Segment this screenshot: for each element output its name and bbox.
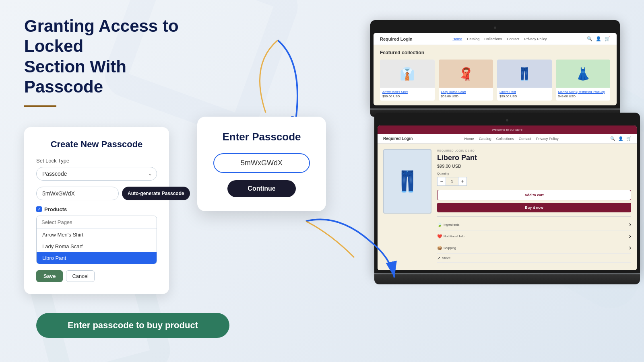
accordion-ingredients[interactable]: 🍃 Ingredients ›	[437, 219, 631, 230]
passcode-row: Auto-generate Passcode	[36, 187, 157, 200]
continue-button[interactable]: Continue	[227, 180, 295, 197]
product-price-small: $59.00 USD	[441, 95, 491, 98]
accordion-label: 📦 Shipping	[437, 246, 456, 250]
product-card-scarf: 🧣 Lady Roma Scarf $59.00 USD	[439, 60, 493, 101]
accordion-label: ❤️ Nutritional Info	[437, 234, 464, 239]
top-nav-icons: 🔍 👤 🛒	[587, 36, 610, 41]
nav-link-privacy[interactable]: Privacy Policy	[536, 137, 559, 141]
required-login-label: REQUIRED LOGIN DEMO	[437, 149, 631, 152]
product-img-pant: 👖	[497, 60, 552, 88]
list-item[interactable]: Libro Pant	[37, 252, 157, 264]
passcode-display: 5mWxGWdX	[213, 153, 310, 173]
qty-value: 1	[446, 177, 458, 186]
nav-link-privacy[interactable]: Privacy Policy	[524, 37, 547, 41]
create-passcode-card: Create New Passcode Set Lock Type Passco…	[24, 127, 169, 294]
page-title: Granting Access to Locked Section With P…	[24, 16, 205, 97]
product-name-small[interactable]: Martha Skirt (Restricted Product)	[558, 90, 608, 94]
product-accordion: 🍃 Ingredients › ❤️ Nutritional Info › 📦 …	[437, 216, 631, 265]
product-card-shirt: 👔 Arrow Men's Shirt $99.00 USD	[380, 60, 435, 101]
product-detail-price: $99.00 USD	[437, 164, 631, 169]
qty-decrease-button[interactable]: −	[437, 177, 446, 186]
product-card-pant: 👖 Libero Pant $99.00 USD	[497, 60, 552, 101]
search-icon[interactable]: 🔍	[587, 36, 592, 41]
accordion-shipping[interactable]: 📦 Shipping ›	[437, 242, 631, 254]
search-icon[interactable]: 🔍	[610, 136, 615, 141]
arrow-bottom	[298, 209, 411, 290]
nav-link-contact[interactable]: Contact	[519, 137, 531, 141]
product-name-small[interactable]: Arrow Men's Shirt	[382, 90, 432, 94]
accordion-label: 🍃 Ingredients	[437, 222, 460, 227]
product-info-scarf: Lady Roma Scarf $59.00 USD	[439, 88, 493, 101]
products-list: Arrow Men's Shirt Lady Roma Scarf Libro …	[36, 216, 157, 264]
product-img-scarf: 🧣	[439, 60, 493, 88]
bottom-laptop-base	[374, 274, 640, 284]
add-to-cart-button[interactable]: Add to cart	[437, 190, 631, 200]
top-nav-links: Home Catalog Collections Contact Privacy…	[419, 37, 581, 41]
top-laptop-frame: Required Login Home Catalog Collections …	[370, 20, 620, 109]
top-laptop: Required Login Home Catalog Collections …	[370, 20, 620, 117]
nav-link-contact[interactable]: Contact	[507, 37, 519, 41]
bottom-laptop: Welcome to our store Required Login Home…	[374, 113, 640, 284]
product-price-small: $49.00 USD	[558, 95, 608, 98]
top-shop-nav: Required Login Home Catalog Collections …	[374, 33, 617, 45]
nav-link-home[interactable]: Home	[464, 137, 474, 141]
product-img-skirt: 👗	[556, 60, 611, 88]
accordion-share[interactable]: ↗ Share	[437, 254, 631, 263]
list-item[interactable]: Arrow Men's Shirt	[37, 229, 157, 241]
accordion-nutritional[interactable]: ❤️ Nutritional Info ›	[437, 230, 631, 242]
nav-link-catalog[interactable]: Catalog	[479, 137, 491, 141]
product-info-shirt: Arrow Men's Shirt $99.00 USD	[380, 88, 435, 101]
nav-link-home[interactable]: Home	[452, 37, 462, 41]
qty-stepper: − 1 +	[437, 177, 631, 186]
passcode-input[interactable]	[36, 187, 119, 200]
title-underline	[24, 105, 56, 107]
qty-label: Quantity	[437, 172, 631, 175]
nav-link-collections[interactable]: Collections	[496, 137, 514, 141]
bottom-shop-logo: Required Login	[383, 136, 413, 141]
product-card-skirt: 👗 Martha Skirt (Restricted Product) $49.…	[556, 60, 611, 101]
cart-icon[interactable]: 🛒	[626, 136, 631, 141]
product-detail-name: Libero Pant	[437, 154, 631, 162]
save-button[interactable]: Save	[36, 270, 63, 282]
buy-now-button[interactable]: Buy it now	[437, 203, 631, 212]
bottom-laptop-frame: Welcome to our store Required Login Home…	[374, 113, 640, 274]
product-detail-info: REQUIRED LOGIN DEMO Libero Pant $99.00 U…	[437, 149, 631, 265]
bottom-nav-icons: 🔍 👤 🛒	[610, 136, 631, 141]
products-checkbox[interactable]: ✓	[36, 206, 42, 212]
product-price-small: $99.00 USD	[500, 95, 549, 98]
nav-link-catalog[interactable]: Catalog	[467, 37, 479, 41]
set-lock-label: Set Lock Type	[36, 158, 157, 164]
products-grid: 👔 Arrow Men's Shirt $99.00 USD 🧣 Lady Ro…	[380, 60, 610, 101]
list-item[interactable]: Lady Roma Scarf	[37, 241, 157, 252]
bottom-laptop-screen: Welcome to our store Required Login Home…	[378, 125, 637, 270]
featured-section: Featured collection 👔 Arrow Men's Shirt …	[374, 45, 617, 105]
lock-type-select[interactable]: Passcode	[36, 167, 157, 181]
top-laptop-screen: Required Login Home Catalog Collections …	[374, 33, 617, 105]
product-info-skirt: Martha Skirt (Restricted Product) $49.00…	[556, 88, 611, 101]
product-name-small[interactable]: Lady Roma Scarf	[441, 90, 491, 94]
product-name-small[interactable]: Libero Pant	[500, 90, 549, 94]
product-detail-image: 👖	[383, 149, 431, 214]
products-label: Products	[44, 206, 67, 212]
user-icon[interactable]: 👤	[596, 36, 601, 41]
product-img-shirt: 👔	[380, 60, 435, 88]
cta-banner: Enter passcode to buy product	[36, 313, 229, 338]
card-title: Create New Passcode	[36, 139, 157, 150]
featured-title: Featured collection	[380, 50, 610, 56]
popup-title: Enter Passcode	[213, 131, 310, 143]
accordion-label: ↗ Share	[437, 256, 450, 260]
cancel-button[interactable]: Cancel	[66, 270, 94, 282]
bottom-shop-nav: Required Login Home Catalog Collections …	[378, 134, 637, 144]
welcome-banner: Welcome to our store	[378, 125, 637, 134]
cart-icon[interactable]: 🛒	[605, 36, 610, 41]
nav-link-collections[interactable]: Collections	[484, 37, 502, 41]
user-icon[interactable]: 👤	[618, 136, 623, 141]
products-checkbox-row: ✓ Products	[36, 206, 157, 212]
select-pages-input[interactable]	[37, 216, 157, 229]
accordion-chevron: ›	[629, 221, 631, 228]
lock-type-select-wrapper[interactable]: Passcode ⌄	[36, 167, 157, 181]
auto-generate-button[interactable]: Auto-generate Passcode	[122, 187, 190, 200]
bottom-nav-links: Home Catalog Collections Contact Privacy…	[417, 137, 605, 141]
qty-increase-button[interactable]: +	[458, 177, 467, 186]
enter-passcode-popup: Enter Passcode 5mWxGWdX Continue	[197, 117, 326, 211]
